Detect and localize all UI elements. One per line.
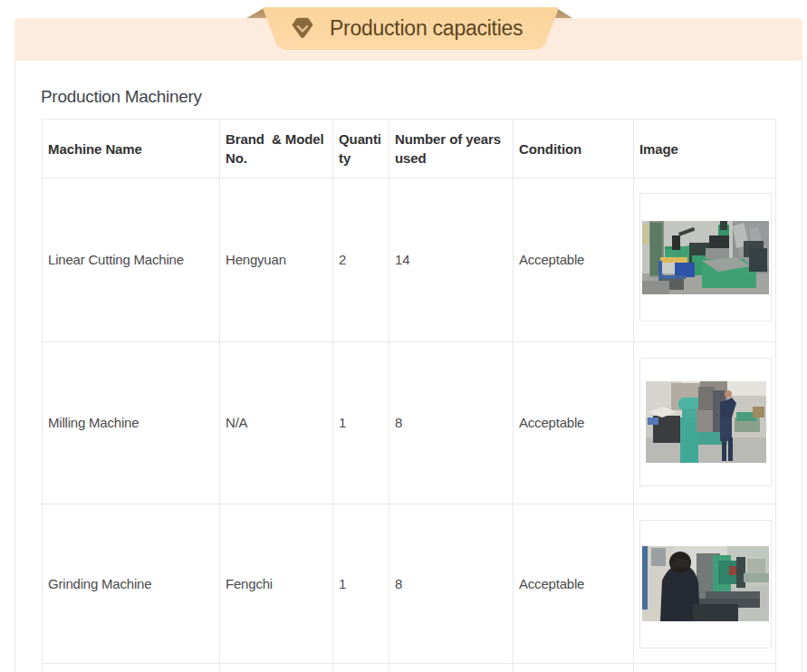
- svg-text:Production capacities: Production capacities: [330, 16, 523, 40]
